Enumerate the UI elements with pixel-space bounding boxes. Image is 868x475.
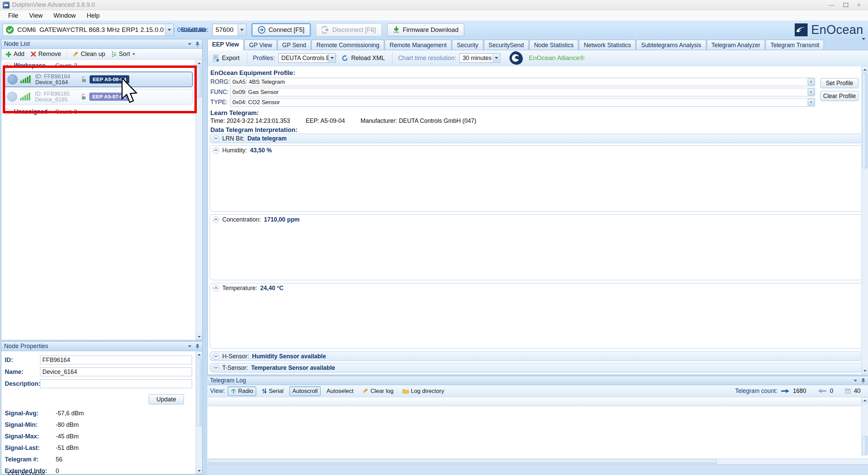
tab-network-statistics[interactable]: Network Statistics	[579, 40, 636, 50]
chevron-up-icon[interactable]	[213, 216, 219, 223]
chart-resolution-select[interactable]: 30 minutes	[459, 53, 500, 63]
chevron-down-icon[interactable]	[213, 353, 219, 360]
chart-resolution-value: 30 minutes	[463, 55, 492, 62]
clear-log-button[interactable]: Clear log	[359, 386, 397, 396]
set-profile-button[interactable]: Set Profile	[820, 78, 858, 88]
pin-icon[interactable]	[195, 344, 200, 349]
tab-security[interactable]: Security	[452, 40, 483, 50]
autoselect-toggle[interactable]: Autoselect	[323, 386, 356, 396]
tab-eep-view[interactable]: EEP View	[207, 39, 244, 50]
telegram-count-label: Telegram count:	[735, 387, 777, 395]
firmware-download-label: Firmware Download	[403, 26, 459, 34]
maximize-icon[interactable]	[843, 3, 848, 7]
chevron-down-icon[interactable]	[213, 365, 219, 371]
baudrate-value: 57600	[215, 26, 233, 34]
telegram-log-header: Telegram Log	[207, 376, 868, 385]
description-field[interactable]	[40, 379, 192, 388]
temperature-chart-header[interactable]: Temperature: 24,40 °C	[210, 283, 862, 293]
radio-toggle[interactable]: Radio	[228, 386, 256, 396]
autoscroll-toggle[interactable]: Autoscroll	[289, 386, 321, 396]
close-icon[interactable]: ×	[857, 2, 861, 8]
collapse-panel-icon[interactable]	[188, 345, 191, 347]
tab-telegram-analyzer[interactable]: Telegram Analyzer	[707, 40, 765, 50]
reload-xml-button[interactable]: Reload XML	[339, 53, 387, 63]
node-status-icon	[7, 92, 17, 102]
telegram-bottom-tabs	[207, 464, 868, 475]
tab-telegram-transmit[interactable]: Telegram Transmit	[766, 40, 824, 50]
collapse-panel-icon[interactable]	[188, 43, 191, 45]
tab-subtelegrams-analysis[interactable]: Subtelegrams Analysis	[636, 40, 706, 50]
clear-profile-button[interactable]: Clear Profile	[820, 91, 858, 101]
node-item[interactable]: ID: FFB96164Device_6164EEP A5-09-04	[4, 72, 193, 87]
humidity-chart-header[interactable]: Humidity: 43,50 %	[210, 146, 862, 155]
sort-button[interactable]: Sort	[109, 50, 137, 58]
node-list-scrollbar[interactable]	[195, 60, 202, 340]
com-dropdown-icon[interactable]	[165, 24, 173, 35]
tab-remote-management[interactable]: Remote Management	[385, 40, 451, 50]
menu-view[interactable]: View	[24, 10, 48, 21]
export-button[interactable]: Export	[211, 53, 242, 63]
rorg-select[interactable]: 0xA5: 4BS Telegram ˅	[230, 78, 815, 86]
func-select[interactable]: 0x09: Gas Sensor ˅	[230, 88, 815, 96]
tab-overflow-icon[interactable]	[862, 40, 865, 50]
log-directory-button[interactable]: Log directory	[399, 386, 447, 396]
concentration-chart-header[interactable]: Concentration: 1710,00 ppm	[210, 215, 862, 224]
tab-node-statistics[interactable]: Node Statistics	[529, 40, 579, 50]
stat-value: 0	[56, 468, 59, 475]
pin-icon[interactable]	[195, 41, 200, 47]
type-dropdown-icon[interactable]: ˅	[808, 99, 814, 106]
minimize-icon[interactable]: —	[829, 2, 834, 8]
h-sensor-section[interactable]: H-Sensor: Humidity Sensor available	[210, 352, 863, 361]
node-group-header[interactable]: WorkspaceCount: 2	[1, 60, 195, 70]
tab-gp-send[interactable]: GP Send	[278, 40, 311, 50]
chevron-up-icon[interactable]	[213, 147, 219, 154]
collapse-panel-icon[interactable]	[854, 380, 857, 382]
profiles-dropdown-icon[interactable]	[328, 54, 335, 62]
id-field[interactable]	[40, 356, 192, 364]
serial-toggle[interactable]: Serial	[259, 386, 286, 396]
tab-remote-commissioning[interactable]: Remote Commissioning	[312, 40, 384, 50]
lrn-bit-section[interactable]: LRN Bit: Data telegram	[210, 134, 863, 143]
clean-up-button[interactable]: Clean up	[70, 50, 107, 58]
connect-button[interactable]: Connect [F5]	[252, 23, 310, 36]
remove-node-button[interactable]: Remove	[29, 50, 63, 58]
name-field[interactable]	[40, 367, 192, 376]
temperature-label: Temperature:	[222, 285, 257, 292]
com-port-select[interactable]: COM6 GATEWAYCTRL 868.3 MHz ERP1 2.15.0.0…	[3, 24, 174, 36]
tab-gp-view[interactable]: GP View	[244, 40, 277, 50]
menu-help[interactable]: Help	[81, 10, 105, 21]
type-select[interactable]: 0x04: CO2 Sensor ˅	[230, 98, 815, 107]
menu-file[interactable]: File	[3, 10, 24, 21]
update-button[interactable]: Update	[149, 394, 184, 404]
chevron-up-icon[interactable]	[4, 62, 11, 69]
baudrate-select[interactable]: 57600	[212, 24, 246, 36]
tab-securitysend[interactable]: SecuritySend	[484, 40, 529, 50]
telegram-count: Telegram count: 1680 0 40	[735, 387, 865, 395]
eep-view-panel: Export Profiles: DEUTA Controls EEP Relo…	[207, 50, 868, 375]
eep-content-scrollbar[interactable]	[861, 66, 868, 374]
profiles-select[interactable]: DEUTA Controls EEP	[278, 53, 336, 63]
menu-window[interactable]: Window	[48, 10, 81, 21]
func-value: 0x09: Gas Sensor	[232, 89, 279, 96]
chart-resolution-dropdown-icon[interactable]	[493, 54, 499, 62]
firmware-download-button[interactable]: Firmware Download	[387, 23, 465, 36]
node-group-header[interactable]: UnassignedCount: 0	[1, 106, 195, 116]
telegram-log-toolbar: View: Radio Serial Autoscroll Autoselect…	[207, 385, 868, 397]
node-properties-scrollbar[interactable]	[195, 352, 202, 474]
add-node-button[interactable]: Add	[3, 50, 26, 58]
pin-icon[interactable]	[861, 378, 865, 383]
node-id-label: ID: FFB96164	[35, 74, 79, 79]
chevron-down-icon[interactable]	[213, 135, 219, 142]
telegram-hscrollbar[interactable]	[207, 458, 868, 464]
chevron-up-icon[interactable]	[213, 285, 219, 291]
rorg-label: RORG:	[210, 78, 230, 86]
telegram-table-scrollbar[interactable]	[861, 397, 868, 456]
baudrate-dropdown-icon[interactable]	[238, 24, 246, 35]
t-sensor-section[interactable]: T-Sensor: Temperature Sensor available	[210, 363, 863, 373]
node-item[interactable]: ID: FFB96165Device_6165EEP A5-07-01	[4, 89, 193, 104]
func-dropdown-icon[interactable]: ˅	[808, 89, 814, 96]
chevron-up-icon[interactable]	[4, 109, 11, 115]
rorg-dropdown-icon[interactable]: ˅	[808, 78, 814, 86]
disconnect-button[interactable]: Disconnect [F6]	[316, 23, 382, 36]
t-sensor-value: Temperature Sensor available	[251, 364, 335, 372]
